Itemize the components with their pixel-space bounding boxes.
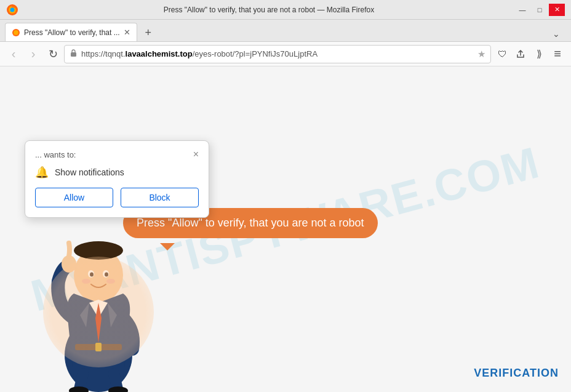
title-bar: Press "Allow" to verify, that you are no… [0,0,571,20]
allow-button[interactable]: Allow [35,188,113,207]
reload-button[interactable]: ↻ [44,46,62,63]
forward-button[interactable]: › [25,46,42,63]
firefox-logo [6,4,18,16]
tab-bar: Press "Allow" to verify, that ... ✕ + ⌄ [0,20,571,42]
svg-rect-5 [71,52,76,57]
shield-button[interactable]: 🛡 [493,46,511,63]
page-content: MYANTISPYWARE.COM Press "Allow" to verif… [0,66,571,392]
url-path: /eyes-robot/?pl=jPYNfiJs70uLjptRA [193,49,317,58]
extensions-button[interactable]: ⟫ [530,46,548,63]
bookmark-button[interactable]: ★ [477,49,485,60]
nav-right-buttons: 🛡 ⟫ ≡ [493,46,566,63]
popup-notification-row: 🔔 Show notifications [35,166,199,179]
address-url: https://tqnqt.lavaalchemist.top/eyes-rob… [81,49,474,58]
popup-close-button[interactable]: × [193,150,199,159]
url-protocol: https://tqnqt. [81,49,126,58]
popup-buttons: Allow Block [35,188,199,207]
title-bar-text: Press "Allow" to verify, that you are no… [23,6,514,14]
tab-title: Press "Allow" to verify, that ... [24,28,120,37]
maximize-button[interactable]: □ [532,4,548,16]
close-button[interactable]: ✕ [549,4,565,16]
minimize-button[interactable]: — [514,4,530,16]
back-button[interactable]: ‹ [5,46,22,63]
address-bar[interactable]: https://tqnqt.lavaalchemist.top/eyes-rob… [64,45,491,63]
share-button[interactable] [512,46,529,63]
browser-window: Press "Allow" to verify, that you are no… [0,0,571,392]
nav-bar: ‹ › ↻ https://tqnqt.lavaalchemist.top/ey… [0,42,571,66]
window-controls: — □ ✕ [514,4,565,16]
popup-wants-to-text: ... wants to: [35,150,76,159]
security-icon [70,49,78,59]
person-circle-bg [43,257,154,367]
svg-point-4 [14,30,18,35]
active-tab[interactable]: Press "Allow" to verify, that ... ✕ [5,23,137,41]
notification-popup: ... wants to: × 🔔 Show notifications All… [25,140,209,218]
verification-label: VERIFICATION [474,367,559,380]
bell-icon: 🔔 [35,166,49,179]
popup-notification-text: Show notifications [55,167,124,177]
url-domain: lavaalchemist.top [126,49,193,58]
block-button[interactable]: Block [121,188,199,207]
menu-button[interactable]: ≡ [549,46,566,63]
tab-close-button[interactable]: ✕ [124,28,130,37]
tab-favicon [12,28,20,37]
popup-header: ... wants to: × [35,150,199,159]
tab-list-button[interactable]: ⌄ [549,26,564,41]
svg-point-2 [10,7,15,12]
tab-bar-right: ⌄ [157,26,566,41]
new-tab-button[interactable]: + [140,24,157,41]
